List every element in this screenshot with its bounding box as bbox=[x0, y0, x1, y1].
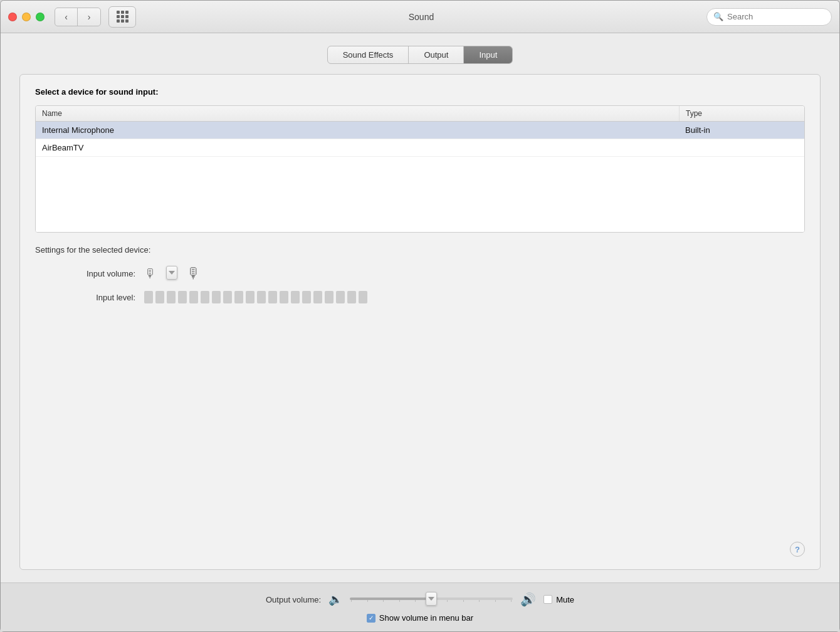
speaker-high-icon: 🔊 bbox=[520, 592, 536, 607]
grid-button[interactable] bbox=[108, 6, 136, 28]
device-table: Name Type Internal Microphone Built-in A… bbox=[35, 105, 805, 233]
output-volume-thumb[interactable] bbox=[426, 592, 437, 606]
content-area: Sound Effects Output Input Select a devi… bbox=[1, 33, 839, 582]
mic-large-icon: 🎙 bbox=[186, 265, 201, 282]
close-button[interactable] bbox=[8, 13, 17, 21]
nav-buttons: ‹ › bbox=[55, 8, 101, 26]
level-bar bbox=[302, 291, 311, 303]
mute-area: Mute bbox=[543, 595, 574, 604]
table-header: Name Type bbox=[36, 106, 804, 122]
output-volume-slider[interactable] bbox=[350, 598, 513, 602]
search-icon: 🔍 bbox=[713, 12, 723, 21]
col-header-name: Name bbox=[36, 106, 679, 121]
grid-icon bbox=[117, 11, 129, 23]
settings-label: Settings for the selected device: bbox=[35, 245, 805, 255]
tab-bar: Sound Effects Output Input bbox=[19, 46, 821, 64]
table-row[interactable]: Internal Microphone Built-in bbox=[36, 122, 804, 139]
level-bar bbox=[336, 291, 345, 303]
show-volume-checkbox[interactable]: ✓ bbox=[367, 614, 375, 623]
tab-input[interactable]: Input bbox=[464, 46, 512, 63]
level-bar bbox=[291, 291, 300, 303]
search-box[interactable]: 🔍 bbox=[706, 8, 832, 26]
level-bar bbox=[313, 291, 322, 303]
table-body: Internal Microphone Built-in AirBeamTV bbox=[36, 122, 804, 232]
level-bar bbox=[257, 291, 266, 303]
tab-group: Sound Effects Output Input bbox=[327, 46, 513, 64]
col-header-type: Type bbox=[679, 106, 804, 121]
mic-small-icon: 🎙 bbox=[144, 266, 157, 281]
device-name: Internal Microphone bbox=[36, 122, 679, 139]
level-bar bbox=[359, 291, 367, 303]
forward-button[interactable]: › bbox=[78, 8, 100, 26]
tab-sound-effects[interactable]: Sound Effects bbox=[328, 46, 409, 63]
level-bar bbox=[212, 291, 221, 303]
level-bar bbox=[268, 291, 277, 303]
output-volume-row: Output volume: 🔈 🔊 Mute bbox=[266, 592, 574, 607]
level-bar bbox=[201, 291, 209, 303]
input-level-bars bbox=[144, 291, 367, 303]
level-bar bbox=[223, 291, 232, 303]
output-volume-label: Output volume: bbox=[266, 595, 321, 604]
main-panel: Select a device for sound input: Name Ty… bbox=[19, 74, 821, 570]
mute-label: Mute bbox=[556, 595, 574, 604]
input-volume-label: Input volume: bbox=[35, 269, 135, 278]
level-bar bbox=[167, 291, 176, 303]
level-bar bbox=[325, 291, 333, 303]
back-button[interactable]: ‹ bbox=[55, 8, 78, 26]
table-row[interactable]: AirBeamTV bbox=[36, 139, 804, 157]
device-type bbox=[679, 139, 804, 156]
level-bar bbox=[155, 291, 164, 303]
level-bar bbox=[178, 291, 187, 303]
level-bar bbox=[189, 291, 198, 303]
show-volume-label: Show volume in menu bar bbox=[379, 613, 473, 623]
bottom-bar: Output volume: 🔈 🔊 Mute ✓ S bbox=[1, 582, 839, 631]
table-spacer bbox=[36, 157, 804, 232]
mute-checkbox[interactable] bbox=[543, 595, 552, 604]
output-volume-track[interactable] bbox=[350, 598, 513, 600]
show-volume-row: ✓ Show volume in menu bar bbox=[367, 613, 473, 623]
input-level-label: Input level: bbox=[35, 293, 135, 302]
input-volume-slider-container: 🎙 🎙 bbox=[144, 265, 805, 282]
titlebar: ‹ › Sound 🔍 bbox=[1, 1, 839, 33]
tab-output[interactable]: Output bbox=[409, 46, 464, 63]
maximize-button[interactable] bbox=[36, 13, 45, 21]
input-volume-row: Input volume: 🎙 🎙 bbox=[35, 265, 805, 282]
level-bar bbox=[246, 291, 255, 303]
search-input[interactable] bbox=[727, 12, 825, 21]
traffic-lights bbox=[8, 13, 45, 21]
input-volume-thumb[interactable] bbox=[166, 266, 177, 280]
level-bar bbox=[234, 291, 243, 303]
level-bar bbox=[144, 291, 153, 303]
device-type: Built-in bbox=[679, 122, 804, 139]
input-volume-slider[interactable] bbox=[167, 273, 176, 275]
input-level-row: Input level: bbox=[35, 291, 805, 303]
minimize-button[interactable] bbox=[22, 13, 31, 21]
device-name: AirBeamTV bbox=[36, 139, 679, 156]
level-bar bbox=[280, 291, 288, 303]
window-title: Sound bbox=[136, 12, 706, 22]
panel-title: Select a device for sound input: bbox=[35, 87, 805, 97]
help-button[interactable]: ? bbox=[790, 542, 805, 557]
main-window: ‹ › Sound 🔍 Sound Effects Output Input bbox=[0, 0, 840, 632]
level-bar bbox=[347, 291, 356, 303]
speaker-low-icon: 🔈 bbox=[328, 592, 342, 606]
